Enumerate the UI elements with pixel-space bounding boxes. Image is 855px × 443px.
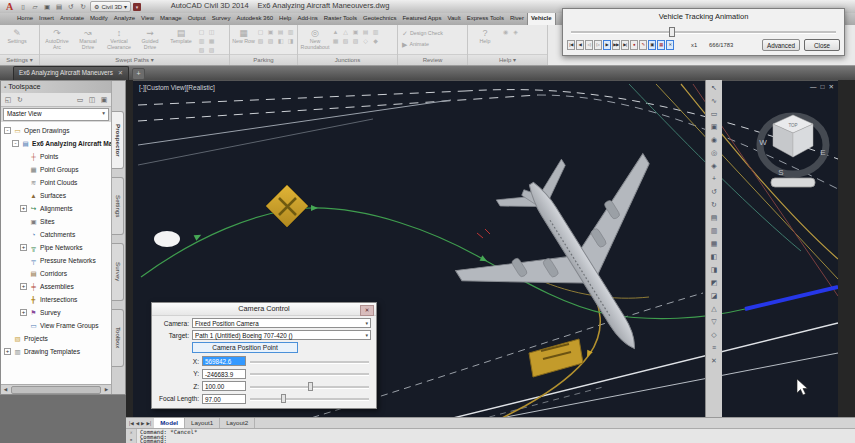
item-preview-icon[interactable]: ◱ [3,95,13,105]
drafting-tool-icon[interactable]: ◉ [708,134,721,146]
tree-item-corridors[interactable]: +▤Corridors [1,267,111,280]
ribbon-small-icon[interactable]: ◧ [276,37,285,45]
layout-tab-model[interactable]: Model [154,418,185,428]
annotate-button[interactable]: ✎ [639,40,647,50]
play-button[interactable]: ▶ [603,40,611,50]
selected-path-segment[interactable] [745,287,838,309]
record-button[interactable]: ● [630,40,638,50]
document-tab[interactable]: Ex6 Analyzing Aircraft Maneuvers ✕ [13,66,129,80]
ribbon-button-new-row[interactable]: ▦New Row [232,27,255,45]
drafting-tool-icon[interactable]: ◇ [708,329,721,341]
autocad-logo-icon[interactable]: A [3,1,16,12]
save-icon[interactable]: ▣ [42,2,52,11]
camera-field-slider-y[interactable] [250,369,371,378]
first-frame-button[interactable]: |◀ [567,40,575,50]
ribbon-tab-survey[interactable]: Survey [209,13,234,25]
command-line-window[interactable]: ✕▪ Command: *Cancel*Command:Command: [126,428,855,443]
print-icon[interactable]: ▤ [54,2,64,11]
camera-field-input-y[interactable]: -246683.9 [202,369,246,379]
ribbon-small-icon[interactable]: ▣ [351,28,360,36]
camera-field-input-z[interactable]: 100.00 [202,381,246,391]
compass-east-label[interactable]: E [820,148,825,157]
ribbon-button-help[interactable]: ?Help [470,27,500,45]
drafting-tool-icon[interactable]: ↺ [708,186,721,198]
ribbon-small-icon[interactable]: ▨ [266,37,275,45]
ribbon-tab-insert[interactable]: Insert [36,13,57,25]
ribbon-button-animate[interactable]: ▶Animate [400,40,429,49]
ribbon-tab-vehicle[interactable]: Vehicle [527,12,556,25]
ribbon-button-guided-drive[interactable]: ⇝Guided Drive [135,27,165,51]
preview-pane-icon[interactable]: ◫ [87,95,97,105]
tree-item-ex6-analyzing-aircraft-maneu[interactable]: -▤Ex6 Analyzing Aircraft Maneu... [1,137,111,150]
ribbon-small-icon[interactable]: ◫ [207,28,216,36]
target-select[interactable]: Path 1 (Untitled) Boeing 707-420 () ▾ [192,330,371,340]
drafting-tool-icon[interactable]: ▽ [708,316,721,328]
close-button[interactable]: Close [804,39,840,51]
side-tab-settings[interactable]: Settings [112,177,124,235]
layout-tab-layout1[interactable]: Layout1 [185,418,220,428]
drafting-tool-icon[interactable]: ∿ [708,95,721,107]
ribbon-panel-label-junctions[interactable]: Junctions [298,54,397,65]
toolspace-view-selector[interactable]: Master View ▾ [3,108,109,121]
drafting-tool-icon[interactable]: ↖ [708,82,721,94]
viewcube-top-face-label[interactable]: TOP [788,123,797,128]
ribbon-small-icon[interactable]: ◉ [501,28,510,36]
tree-item-point-groups[interactable]: +▦Point Groups [1,163,111,176]
ribbon-small-icon[interactable]: ◆ [371,37,380,45]
drafting-tool-icon[interactable]: ▦ [708,238,721,250]
drafting-tool-icon[interactable]: ▣ [708,121,721,133]
ribbon-small-icon[interactable]: ◇ [361,37,370,45]
ribbon-small-icon[interactable]: ▨ [351,37,360,45]
camera-field-slider-focal-length[interactable] [250,394,371,403]
ribbon-small-icon[interactable]: ▧ [341,37,350,45]
layout-tab-layout2[interactable]: Layout2 [220,418,255,428]
ribbon-tab-home[interactable]: Home [14,13,36,25]
ribbon-panel-label-swept-paths[interactable]: Swept Paths ▾ [40,54,229,65]
drafting-tool-icon[interactable]: ▭ [708,108,721,120]
tree-item-projects[interactable]: +▧Projects [1,332,111,345]
close-icon[interactable]: ✕ [360,305,374,316]
ribbon-small-icon[interactable]: ◨ [286,37,295,45]
ribbon-small-icon[interactable]: ▥ [371,28,380,36]
minimize-icon[interactable]: — [810,83,817,91]
ribbon-small-icon[interactable]: ◈ [511,28,520,36]
tree-item-pressure-networks[interactable]: +╤Pressure Networks [1,254,111,267]
ribbon-tab-vault[interactable]: Vault [444,13,463,25]
camera-field-input-focal-length[interactable]: 97.00 [202,394,246,404]
tree-item-survey[interactable]: +⚑Survey [1,306,111,319]
step-back-button[interactable]: ◁ [585,40,593,50]
tree-item-alignments[interactable]: +↪Alignments [1,202,111,215]
ribbon-button-template[interactable]: ▤Template [166,27,196,45]
ribbon-small-icon[interactable]: ▥ [197,37,206,45]
qat-overflow-icon[interactable]: ▾ [133,3,141,11]
scrollbar-thumb[interactable] [11,386,101,394]
restore-icon[interactable]: □ [821,83,825,91]
ribbon-small-icon[interactable]: ▤ [276,28,285,36]
ribbon-tab-modify[interactable]: Modify [87,13,111,25]
slider-thumb[interactable] [308,382,313,391]
camera-dialog-titlebar[interactable]: Camera Control ✕ [152,303,376,316]
camera-position-point-button[interactable]: Camera Position Point [192,342,298,353]
tree-expander-icon[interactable]: - [12,140,19,147]
side-tab-toolbox[interactable]: Toolbox [112,309,124,367]
tree-expander-icon[interactable]: + [20,283,27,290]
scroll-left-icon[interactable]: ◀ [1,387,10,392]
camera-button[interactable]: ▣ [648,40,656,50]
ribbon-tab-analyze[interactable]: Analyze [111,13,138,25]
compass-west-label[interactable]: W [759,138,767,147]
ribbon-small-icon[interactable]: ▦ [207,37,216,45]
ribbon-tab-output[interactable]: Output [185,13,209,25]
side-tab-survey[interactable]: Survey [112,243,124,301]
ribbon-button-new-roundabout[interactable]: ◎New Roundabout [300,27,330,51]
drafting-tool-icon[interactable]: ✕ [708,355,721,367]
tree-item-assemblies[interactable]: +╪Assemblies [1,280,111,293]
new-tab-button[interactable]: + [132,68,145,80]
tree-expander-icon[interactable]: - [4,127,11,134]
close-icon[interactable]: ✕ [829,83,834,91]
toolspace-titlebar[interactable]: ▪ Toolspace [1,81,111,93]
open-file-icon[interactable]: ▱ [30,2,40,11]
ribbon-panel-label-help[interactable]: Help ▾ [468,54,547,65]
tree-expander-icon[interactable]: + [4,348,11,355]
command-gutter-icon[interactable]: ▪ [130,437,133,442]
toolspace-horizontal-scrollbar[interactable]: ◀ ▶ [1,384,111,394]
